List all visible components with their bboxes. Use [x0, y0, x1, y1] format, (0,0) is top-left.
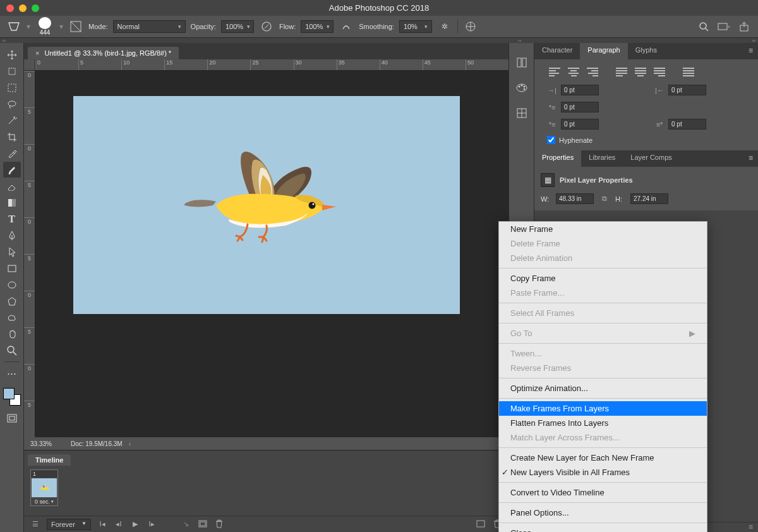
align-right-icon[interactable]: [585, 66, 600, 78]
ellipse-tool[interactable]: [3, 277, 21, 293]
path-select-tool[interactable]: [3, 244, 21, 260]
menu-item[interactable]: Close: [499, 526, 707, 532]
vertical-ruler[interactable]: 0505050505: [24, 71, 35, 437]
blend-mode-select[interactable]: Normal: [113, 20, 186, 33]
tab-glyphs[interactable]: Glyphs: [628, 43, 665, 59]
artboard-tool[interactable]: [3, 63, 21, 79]
frame-number: 1: [31, 470, 57, 478]
tab-paragraph[interactable]: Paragraph: [580, 43, 627, 59]
history-panel-icon[interactable]: [515, 56, 529, 70]
play-icon[interactable]: ▶: [130, 520, 140, 528]
first-line-input[interactable]: [561, 102, 599, 112]
zoom-level[interactable]: 33.33%: [30, 440, 52, 447]
search-icon[interactable]: [696, 19, 711, 34]
svg-rect-27: [517, 58, 521, 67]
move-tool[interactable]: [3, 47, 21, 63]
tab-properties[interactable]: Properties: [534, 150, 581, 167]
indent-left-input[interactable]: [561, 85, 599, 95]
menu-item[interactable]: Create New Layer for Each New Frame: [499, 450, 707, 465]
eraser-tool[interactable]: [3, 178, 21, 194]
timeline-tab[interactable]: Timeline: [28, 454, 71, 466]
crop-tool[interactable]: [3, 129, 21, 145]
menu-item[interactable]: Panel Options...: [499, 505, 707, 520]
airbrush-icon[interactable]: [339, 19, 354, 34]
brush-tool[interactable]: [3, 162, 21, 178]
color-swatches[interactable]: [3, 388, 21, 406]
character-panel-tabs: Character Paragraph Glyphs ≡: [534, 43, 758, 59]
lasso-tool[interactable]: [3, 96, 21, 112]
flow-input[interactable]: 100%: [301, 20, 334, 33]
loop-select[interactable]: Forever▼: [47, 519, 91, 530]
menu-item[interactable]: Copy Frame: [499, 271, 707, 286]
pen-tool[interactable]: [3, 227, 21, 243]
menu-item: Reverse Frames: [499, 361, 707, 375]
smoothing-input[interactable]: 10%: [399, 20, 432, 33]
align-center-icon[interactable]: [566, 66, 581, 78]
opacity-input[interactable]: 100%: [221, 20, 254, 33]
share-icon[interactable]: [737, 19, 752, 34]
frame-duration[interactable]: 0 sec.▾: [34, 498, 54, 505]
close-tab-icon[interactable]: ×: [35, 49, 39, 57]
pressure-opacity-icon[interactable]: [259, 19, 274, 34]
new-frame-icon[interactable]: [198, 520, 208, 529]
symmetry-icon[interactable]: [463, 19, 478, 34]
tab-libraries[interactable]: Libraries: [581, 150, 623, 167]
screen-mode-icon[interactable]: ▾: [716, 19, 731, 34]
space-before-input[interactable]: [561, 119, 599, 130]
menu-item[interactable]: Make Frames From Layers: [499, 401, 707, 416]
justify-right-icon[interactable]: [652, 66, 667, 78]
tab-character[interactable]: Character: [534, 43, 580, 59]
canvas[interactable]: [73, 96, 460, 314]
gear-icon[interactable]: ✲: [437, 19, 452, 34]
zoom-tool[interactable]: [3, 342, 21, 358]
justify-all-icon[interactable]: [681, 66, 696, 78]
align-left-icon[interactable]: [547, 66, 562, 78]
menu-item[interactable]: New Frame: [499, 222, 707, 236]
trash-icon[interactable]: [214, 519, 224, 529]
document-tab[interactable]: × Untitled1 @ 33.3% (bird-1.jpg, RGB/8#)…: [28, 47, 179, 59]
quick-mask-icon[interactable]: [3, 410, 21, 426]
menu-item[interactable]: Convert to Video Timeline: [499, 485, 707, 500]
magic-wand-tool[interactable]: [3, 112, 21, 128]
panel-menu-icon[interactable]: ≡: [743, 43, 758, 59]
menu-item[interactable]: ✓New Layers Visible in All Frames: [499, 465, 707, 480]
prev-frame-icon[interactable]: ◂I: [114, 520, 124, 528]
marquee-tool[interactable]: [3, 80, 21, 95]
status-bar: 33.33% Doc: 19.5M/16.3M›: [24, 437, 508, 450]
custom-shape-tool[interactable]: [3, 310, 21, 325]
first-frame-icon[interactable]: I◂: [97, 520, 107, 528]
window-title: Adobe Photoshop CC 2018: [0, 3, 758, 13]
tween-icon[interactable]: ↘: [181, 520, 191, 528]
rectangle-tool[interactable]: [3, 260, 21, 276]
link-wh-icon[interactable]: ⧉: [599, 195, 610, 203]
height-input[interactable]: [630, 193, 668, 204]
hyphenate-checkbox[interactable]: [547, 136, 555, 144]
gradient-tool[interactable]: [3, 195, 21, 210]
color-panel-icon[interactable]: [515, 81, 529, 95]
polygon-tool[interactable]: [3, 293, 21, 309]
tab-layer-comps[interactable]: Layer Comps: [623, 150, 679, 167]
type-tool[interactable]: T: [3, 211, 21, 227]
justify-left-icon[interactable]: [614, 66, 629, 78]
edit-toolbar-icon[interactable]: ⋯: [3, 365, 21, 381]
brush-panel-icon[interactable]: [68, 19, 83, 34]
panel-menu-icon[interactable]: ≡: [743, 150, 758, 167]
brush-preview[interactable]: 444: [35, 17, 54, 36]
svg-point-21: [313, 203, 315, 205]
eyedropper-tool[interactable]: [3, 145, 21, 161]
next-frame-icon[interactable]: I▸: [147, 520, 157, 528]
justify-center-icon[interactable]: [633, 66, 648, 78]
width-input[interactable]: [556, 193, 594, 204]
home-icon[interactable]: [6, 19, 21, 34]
swatches-panel-icon[interactable]: [515, 106, 529, 120]
hand-tool[interactable]: [3, 326, 21, 342]
menu-item[interactable]: Optimize Animation...: [499, 381, 707, 396]
horizontal-ruler[interactable]: 05101520253035404550: [35, 59, 508, 71]
timeline-menu-icon[interactable]: ☰: [30, 520, 40, 528]
indent-right-input[interactable]: [668, 85, 706, 95]
ruler-origin[interactable]: [24, 59, 35, 71]
menu-item[interactable]: Flatten Frames Into Layers: [499, 416, 707, 430]
space-after-input[interactable]: [668, 119, 706, 130]
timeline-frame[interactable]: 1 0 sec.▾: [30, 469, 58, 506]
convert-timeline-icon[interactable]: [476, 520, 486, 529]
